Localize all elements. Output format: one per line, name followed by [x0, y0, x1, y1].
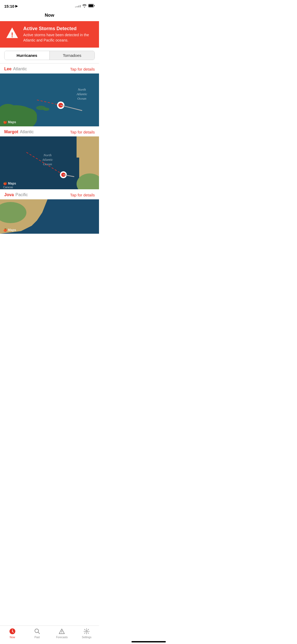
svg-text:Atlantic: Atlantic: [76, 92, 87, 96]
svg-text:Caracas: Caracas: [3, 186, 13, 189]
map-margot[interactable]: North Atlantic Ocean 🍎 Maps Caracas: [0, 136, 99, 189]
status-bar: 15:10 ▶: [0, 0, 99, 11]
svg-text:🍎 Maps: 🍎 Maps: [3, 120, 16, 124]
segment-control: Hurricanes Tornadoes: [4, 51, 95, 60]
alert-icon: !: [5, 26, 19, 40]
svg-text:!: !: [11, 31, 13, 39]
svg-rect-20: [77, 136, 82, 158]
content-scroll: Hurricanes Tornadoes Lee Atlantic Tap fo…: [0, 48, 99, 257]
svg-rect-1: [89, 4, 93, 7]
storm-item-jova: Jova Pacific Tap for details 🍎 Maps: [0, 189, 99, 234]
svg-point-7: [16, 108, 37, 124]
storm-name-lee: Lee: [4, 67, 12, 71]
svg-text:North: North: [43, 153, 51, 157]
svg-point-12: [43, 108, 49, 111]
storm-item-lee: Lee Atlantic Tap for details North Atlan…: [0, 63, 99, 126]
signal-icon: [75, 5, 81, 7]
status-icons: [75, 4, 95, 8]
storm-header-jova: Jova Pacific Tap for details: [0, 189, 99, 199]
alert-title: Active Storms Detected: [23, 26, 94, 31]
storm-name-margot: Margot: [4, 130, 18, 134]
map-lee[interactable]: North Atlantic Ocean 🍎 Maps: [0, 73, 99, 126]
map-jova[interactable]: 🍎 Maps: [0, 199, 99, 234]
svg-text:Atlantic: Atlantic: [42, 158, 53, 162]
storm-region-margot: Atlantic: [20, 130, 34, 134]
storm-tap-lee[interactable]: Tap for details: [70, 67, 95, 71]
storm-region-lee: Atlantic: [13, 67, 27, 71]
svg-text:🍎 Maps: 🍎 Maps: [3, 228, 16, 232]
storm-item-margot: Margot Atlantic Tap for details North At…: [0, 126, 99, 189]
battery-icon: [88, 4, 95, 8]
storm-header-lee: Lee Atlantic Tap for details: [0, 63, 99, 73]
alert-text: Active Storms Detected Active storms hav…: [23, 26, 94, 43]
svg-text:North: North: [78, 88, 86, 91]
storm-tap-margot[interactable]: Tap for details: [70, 130, 95, 134]
svg-text:Ocean: Ocean: [43, 162, 52, 166]
svg-text:🍎 Maps: 🍎 Maps: [3, 181, 16, 185]
svg-text:Ocean: Ocean: [77, 96, 86, 100]
location-arrow-icon: ▶: [15, 4, 18, 8]
storm-name-jova: Jova: [4, 192, 14, 197]
alert-description: Active storms have been detected in the …: [23, 33, 94, 43]
storm-header-margot: Margot Atlantic Tap for details: [0, 126, 99, 136]
alert-banner: ! Active Storms Detected Active storms h…: [0, 21, 99, 48]
page-title: Now: [0, 11, 99, 21]
status-time: 15:10 ▶: [4, 4, 18, 8]
segment-container: Hurricanes Tornadoes: [0, 48, 99, 63]
wifi-icon: [82, 4, 87, 8]
storm-region-jova: Pacific: [15, 192, 28, 197]
tornadoes-segment[interactable]: Tornadoes: [50, 51, 95, 60]
storm-tap-jova[interactable]: Tap for details: [70, 193, 95, 197]
hurricanes-segment[interactable]: Hurricanes: [4, 51, 50, 60]
